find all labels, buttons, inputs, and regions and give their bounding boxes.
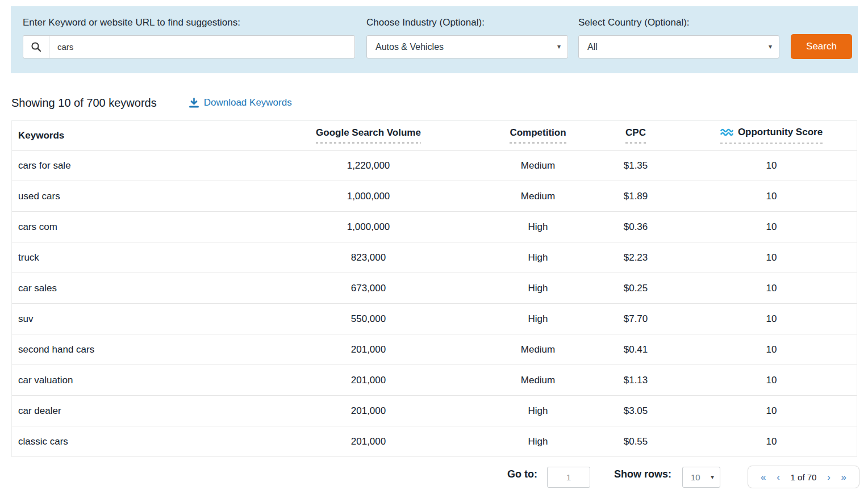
cell-competition: High: [490, 405, 586, 417]
country-selected-value: All: [587, 42, 598, 52]
cell-volume: 201,000: [302, 436, 435, 447]
search-icon: [23, 36, 49, 58]
download-keywords-link[interactable]: Download Keywords: [189, 97, 292, 108]
cell-competition: High: [490, 252, 586, 263]
cell-cpc: $3.05: [602, 405, 670, 417]
industry-label: Choose Industry (Optional):: [366, 17, 485, 28]
cell-score: 10: [715, 313, 828, 325]
goto-page-input[interactable]: [547, 467, 590, 488]
cell-keyword: truck: [12, 252, 302, 263]
cell-competition: High: [490, 221, 586, 233]
cell-volume: 201,000: [302, 405, 435, 417]
cell-cpc: $1.13: [602, 375, 670, 386]
cell-score: 10: [715, 405, 828, 417]
table-row: second hand cars201,000Medium$0.4110: [12, 334, 857, 365]
search-button[interactable]: Search: [791, 34, 852, 59]
cell-volume: 201,000: [302, 375, 435, 386]
table-header-row: Keywords Google Search Volume Competitio…: [12, 121, 857, 150]
wave-icon: [720, 128, 733, 136]
results-summary: Showing 10 of 700 keywords: [11, 97, 157, 110]
cell-cpc: $0.55: [602, 436, 670, 447]
cell-competition: Medium: [490, 160, 586, 171]
cell-cpc: $1.89: [602, 191, 670, 202]
cell-volume: 1,000,000: [302, 221, 435, 233]
last-page-button[interactable]: »: [841, 472, 846, 482]
industry-selected-value: Autos & Vehicles: [375, 42, 444, 52]
industry-select[interactable]: Autos & Vehicles ▾: [366, 35, 568, 58]
show-rows-select[interactable]: 10 ▾: [682, 467, 720, 488]
table-footer: Go to: Show rows: 10 ▾ « ‹ 1 of 70 › »: [0, 457, 868, 490]
cell-keyword: car sales: [12, 283, 302, 294]
table-row: classic cars201,000High$0.5510: [12, 426, 857, 457]
download-keywords-label: Download Keywords: [204, 97, 292, 108]
cell-cpc: $0.41: [602, 344, 670, 355]
goto-label: Go to:: [507, 468, 537, 480]
keyword-label: Enter Keyword or website URL to find sug…: [23, 17, 240, 28]
keyword-input-group: [23, 35, 355, 58]
cell-keyword: suv: [12, 313, 302, 325]
table-body: cars for sale1,220,000Medium$1.3510used …: [12, 150, 857, 457]
cell-competition: High: [490, 283, 586, 294]
keyword-input[interactable]: [49, 36, 354, 58]
column-header-opportunity-score[interactable]: Opportunity Score: [715, 127, 828, 145]
cell-score: 10: [715, 160, 828, 171]
cell-keyword: second hand cars: [12, 344, 302, 355]
cell-cpc: $1.35: [602, 160, 670, 171]
table-row: cars for sale1,220,000Medium$1.3510: [12, 150, 857, 181]
chevron-down-icon: ▾: [711, 473, 714, 481]
country-select[interactable]: All ▾: [578, 35, 779, 58]
column-header-keywords: Keywords: [12, 130, 302, 141]
dotted-underline: [510, 142, 566, 144]
cell-volume: 1,220,000: [302, 160, 435, 171]
table-row: used cars1,000,000Medium$1.8910: [12, 181, 857, 212]
cell-cpc: $2.23: [602, 252, 670, 263]
cell-score: 10: [715, 283, 828, 294]
table-row: car sales673,000High$0.2510: [12, 273, 857, 304]
cell-cpc: $7.70: [602, 313, 670, 325]
cell-score: 10: [715, 191, 828, 202]
dotted-underline: [316, 142, 421, 144]
results-bar: Showing 10 of 700 keywords Download Keyw…: [11, 94, 292, 112]
cell-score: 10: [715, 221, 828, 233]
pagination: « ‹ 1 of 70 › »: [748, 466, 859, 488]
cell-volume: 673,000: [302, 283, 435, 294]
first-page-button[interactable]: «: [761, 472, 766, 482]
cell-volume: 823,000: [302, 252, 435, 263]
prev-page-button[interactable]: ‹: [777, 472, 780, 482]
show-rows-label: Show rows:: [614, 468, 671, 480]
cell-competition: High: [490, 313, 586, 325]
country-label: Select Country (Optional):: [578, 17, 690, 28]
table-row: cars com1,000,000High$0.3610: [12, 212, 857, 242]
cell-cpc: $0.36: [602, 221, 670, 233]
cell-keyword: car valuation: [12, 375, 302, 386]
table-row: suv550,000High$7.7010: [12, 304, 857, 334]
search-panel: Enter Keyword or website URL to find sug…: [11, 6, 858, 73]
column-header-cpc[interactable]: CPC: [602, 127, 670, 144]
table-row: truck823,000High$2.2310: [12, 242, 857, 273]
cell-score: 10: [715, 344, 828, 355]
keywords-table: Keywords Google Search Volume Competitio…: [11, 120, 857, 457]
show-rows-value: 10: [691, 472, 700, 482]
column-header-search-volume[interactable]: Google Search Volume: [302, 127, 435, 144]
dotted-underline: [720, 143, 823, 144]
cell-keyword: cars for sale: [12, 160, 302, 171]
chevron-down-icon: ▾: [769, 43, 772, 51]
cell-score: 10: [715, 252, 828, 263]
column-header-competition[interactable]: Competition: [490, 127, 586, 144]
cell-volume: 550,000: [302, 313, 435, 325]
cell-competition: Medium: [490, 375, 586, 386]
next-page-button[interactable]: ›: [827, 472, 831, 482]
download-icon: [189, 98, 199, 108]
cell-competition: Medium: [490, 191, 586, 202]
table-row: car valuation201,000Medium$1.1310: [12, 365, 857, 396]
table-row: car dealer201,000High$3.0510: [12, 396, 857, 426]
page-status: 1 of 70: [791, 472, 817, 482]
chevron-down-icon: ▾: [557, 43, 561, 51]
cell-keyword: cars com: [12, 221, 302, 233]
cell-score: 10: [715, 436, 828, 447]
cell-cpc: $0.25: [602, 283, 670, 294]
cell-score: 10: [715, 375, 828, 386]
cell-volume: 201,000: [302, 344, 435, 355]
cell-competition: High: [490, 436, 586, 447]
cell-keyword: car dealer: [12, 405, 302, 417]
